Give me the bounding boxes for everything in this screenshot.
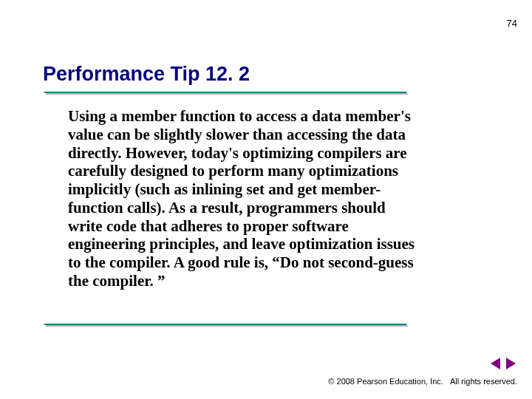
slide: 74 Performance Tip 12. 2 Using a member … bbox=[0, 0, 532, 399]
title-underline-shadow bbox=[46, 93, 408, 95]
rights-text: All rights reserved. bbox=[450, 377, 517, 386]
body-text: Using a member function to access a data… bbox=[68, 107, 423, 290]
previous-slide-icon[interactable] bbox=[491, 358, 500, 369]
nav-arrows bbox=[491, 356, 516, 369]
bottom-rule-shadow bbox=[46, 325, 408, 327]
slide-title: Performance Tip 12. 2 bbox=[43, 63, 250, 86]
footer: © 2008 Pearson Education, Inc. All right… bbox=[328, 377, 517, 386]
page-number: 74 bbox=[507, 18, 517, 29]
copyright-text: © 2008 Pearson Education, Inc. bbox=[328, 377, 443, 386]
next-slide-icon[interactable] bbox=[506, 358, 516, 369]
